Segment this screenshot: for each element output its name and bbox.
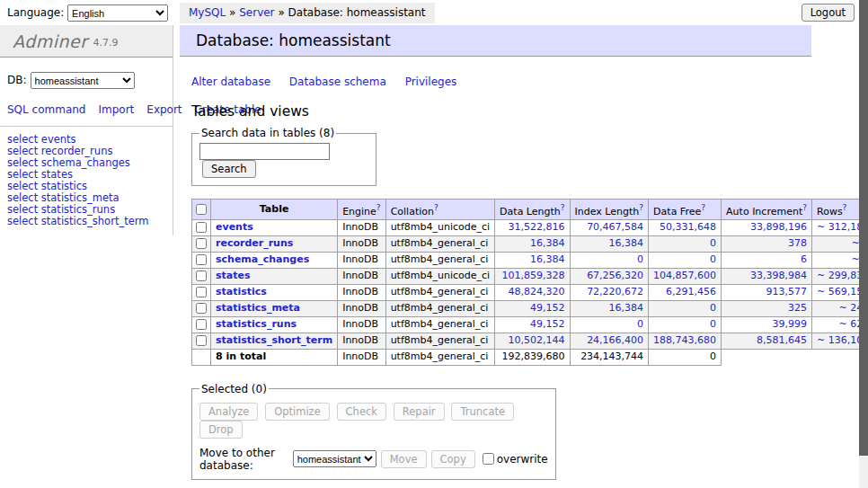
data-free-link[interactable]: 0 (653, 302, 716, 315)
index-length-link[interactable]: 16,384 (575, 237, 644, 250)
data-length-link[interactable]: 16,384 (500, 237, 564, 250)
index-length-link[interactable]: 16,384 (575, 302, 644, 315)
logout-button[interactable]: Logout (802, 4, 855, 22)
data-free-link[interactable]: 188,743,680 (653, 334, 716, 347)
engine-cell: InnoDB (338, 333, 385, 349)
col-header-data-free: Data Free? (649, 200, 722, 220)
table-link[interactable]: states (216, 270, 251, 281)
vertical-scrollbar[interactable] (859, 0, 868, 488)
total-engine: InnoDB (338, 349, 385, 365)
help-icon[interactable]: ? (639, 203, 643, 212)
table-link[interactable]: schema_changes (216, 253, 309, 265)
table-link[interactable]: statistics (216, 286, 267, 297)
col-header-data-length: Data Length? (495, 200, 570, 220)
search-input[interactable] (199, 143, 330, 160)
help-icon[interactable]: ? (802, 203, 807, 212)
auto-increment-link[interactable]: 6 (726, 253, 807, 266)
language-select[interactable]: English (67, 4, 168, 22)
help-icon[interactable]: ? (434, 203, 438, 212)
repair-button[interactable]: Repair (394, 403, 445, 421)
auto-increment-link[interactable]: 39,999 (726, 318, 807, 331)
help-icon[interactable]: ? (701, 203, 705, 212)
row-checkbox[interactable] (196, 271, 207, 281)
sidebar-link-import[interactable]: Import (98, 103, 134, 116)
breadcrumb-link-mysql[interactable]: MySQL (189, 6, 226, 19)
data-free-link[interactable]: 0 (653, 253, 716, 266)
copy-button[interactable]: Copy (431, 450, 475, 468)
help-icon[interactable]: ? (376, 203, 381, 212)
engine-cell: InnoDB (338, 268, 385, 284)
engine-cell: InnoDB (338, 316, 385, 333)
data-length-link[interactable]: 16,384 (500, 253, 564, 266)
index-length-link[interactable]: 70,467,584 (575, 221, 644, 234)
breadcrumb: MySQL » Server » Database: homeassistant (180, 3, 435, 23)
auto-increment-link[interactable]: 8,581,645 (726, 334, 807, 347)
col-header-auto-increment: Auto Increment? (722, 200, 812, 220)
data-free-link[interactable]: 50,331,648 (653, 221, 716, 234)
row-checkbox[interactable] (196, 222, 207, 233)
index-length-link[interactable]: 0 (575, 318, 644, 331)
index-length-link[interactable]: 0 (575, 253, 644, 266)
move-button[interactable]: Move (381, 450, 427, 468)
row-checkbox[interactable] (196, 254, 207, 265)
data-length-link[interactable]: 101,859,328 (500, 270, 564, 282)
table-link[interactable]: recorder_runs (216, 237, 293, 249)
language-selector-row: Language: English (7, 4, 168, 22)
table-row: events InnoDB utf8mb4_unicode_ci 31,522,… (192, 219, 868, 235)
breadcrumb-link-server[interactable]: Server (239, 6, 274, 19)
auto-increment-link[interactable]: 378 (726, 237, 807, 250)
optimize-button[interactable]: Optimize (265, 403, 330, 421)
data-free-link[interactable]: 104,857,600 (653, 270, 716, 282)
row-checkbox[interactable] (196, 319, 207, 330)
scrollbar-thumb[interactable] (859, 0, 868, 456)
col-header-collation: Collation? (385, 200, 494, 220)
table-link[interactable]: statistics_short_term (216, 334, 332, 346)
row-checkbox[interactable] (196, 303, 207, 314)
data-free-link[interactable]: 6,291,456 (653, 286, 716, 298)
sidebar: Adminer 4.7.9 DB:homeassistant SQL comma… (0, 25, 173, 235)
auto-increment-link[interactable]: 325 (726, 302, 807, 315)
check-button[interactable]: Check (337, 403, 386, 421)
index-length-link[interactable]: 67,256,320 (575, 270, 644, 282)
data-length-link[interactable]: 49,152 (500, 318, 564, 331)
table-row: states InnoDB utf8mb4_unicode_ci 101,859… (192, 268, 868, 284)
move-database-select[interactable]: homeassistant (293, 450, 376, 467)
col-header-table: Table (211, 200, 338, 220)
engine-cell: InnoDB (338, 252, 385, 268)
adminer-wordmark: Adminer (13, 31, 88, 51)
data-length-link[interactable]: 49,152 (500, 302, 564, 315)
auto-increment-link[interactable]: 33,398,984 (726, 270, 807, 282)
auto-increment-link[interactable]: 33,898,196 (726, 221, 807, 234)
sidebar-link-select-statistics-short-term[interactable]: select statistics_short_term (7, 216, 173, 227)
row-checkbox[interactable] (196, 335, 207, 346)
help-icon[interactable]: ? (561, 203, 565, 212)
data-length-link[interactable]: 48,824,320 (500, 286, 564, 298)
overwrite-checkbox[interactable] (483, 453, 494, 465)
truncate-button[interactable]: Truncate (451, 403, 514, 421)
data-length-link[interactable]: 31,522,816 (500, 221, 564, 234)
db-select[interactable]: homeassistant (31, 72, 135, 89)
search-button[interactable]: Search (202, 160, 256, 178)
index-length-link[interactable]: 72,220,672 (575, 286, 644, 298)
auto-increment-link[interactable]: 913,577 (726, 286, 807, 298)
data-length-link[interactable]: 10,502,144 (500, 334, 564, 347)
select-all-checkbox[interactable] (196, 204, 207, 215)
database-schema-link[interactable]: Database schema (289, 75, 386, 88)
analyze-button[interactable]: Analyze (199, 403, 258, 421)
data-free-link[interactable]: 0 (653, 237, 716, 250)
row-checkbox[interactable] (196, 287, 207, 297)
table-link[interactable]: statistics_runs (216, 318, 297, 330)
data-free-link[interactable]: 0 (653, 318, 716, 331)
index-length-link[interactable]: 24,166,400 (575, 334, 644, 347)
sidebar-link-sql-command[interactable]: SQL command (7, 103, 85, 116)
privileges-link[interactable]: Privileges (405, 75, 457, 88)
drop-button[interactable]: Drop (199, 421, 243, 439)
table-row: statistics InnoDB utf8mb4_general_ci 48,… (192, 284, 868, 300)
table-link[interactable]: events (216, 221, 253, 233)
help-icon[interactable]: ? (843, 203, 847, 212)
sidebar-link-export[interactable]: Export (146, 103, 182, 116)
total-label: 8 in total (211, 349, 338, 365)
alter-database-link[interactable]: Alter database (191, 75, 270, 88)
table-link[interactable]: statistics_meta (216, 302, 300, 314)
row-checkbox[interactable] (196, 238, 207, 249)
